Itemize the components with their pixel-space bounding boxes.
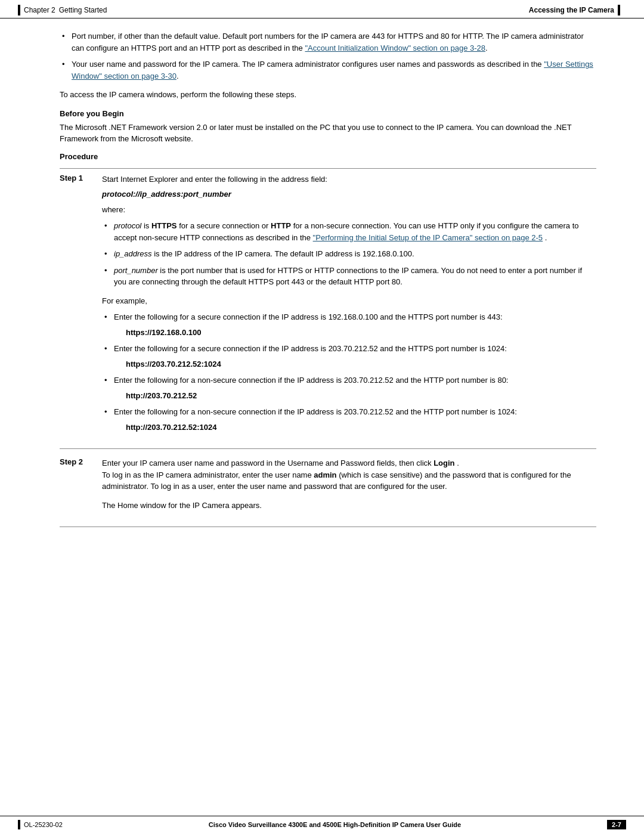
examples-list: Enter the following for a secure connect…	[102, 311, 596, 433]
step1-content: Start Internet Explorer and enter the fo…	[102, 174, 596, 441]
header-bar-left	[18, 5, 20, 16]
page-number: 2-7	[607, 820, 626, 829]
procedure-heading: Procedure	[60, 152, 596, 163]
section-label: Getting Started	[59, 6, 107, 14]
footer-title: Cisco Video Surveillance 4300E and 4500E…	[209, 821, 461, 828]
intro-para: To access the IP camera windows, perform…	[60, 89, 596, 101]
step1-b3-rest: is the port number that is used for HTTP…	[114, 266, 582, 287]
example-4-text: Enter the following for a non-secure con…	[114, 407, 517, 416]
http-bold: HTTP	[271, 221, 291, 230]
footer-left: OL-25230-02	[18, 820, 63, 829]
protocol-italic: protocol	[114, 221, 141, 230]
step2-body2: The Home window for the IP Camera appear…	[102, 500, 596, 512]
footer-bar-left	[18, 820, 20, 829]
example-3: Enter the following for a non-secure con…	[102, 374, 596, 401]
doc-number: OL-25230-02	[24, 821, 63, 828]
ip-address-italic: ip_address	[114, 249, 152, 258]
page-header: Chapter 2 Getting Started Accessing the …	[0, 0, 644, 18]
header-right: Accessing the IP Camera	[529, 5, 620, 16]
procedure-divider	[60, 168, 596, 169]
url-2: https://203.70.212.52:1024	[126, 358, 596, 370]
https-bold: HTTPS	[151, 221, 177, 230]
step-divider	[60, 448, 596, 449]
footer-center: Cisco Video Surveillance 4300E and 4500E…	[209, 821, 461, 828]
accessing-label: Accessing the IP Camera	[529, 6, 614, 14]
step1-b2-rest: is the IP address of the IP camera. The …	[154, 249, 414, 258]
admin-bold: admin	[314, 470, 336, 479]
step1-b1-end: .	[545, 233, 547, 242]
page-container: Chapter 2 Getting Started Accessing the …	[0, 0, 644, 833]
url-4: http://203.70.212.52:1024	[126, 422, 596, 433]
example-2: Enter the following for a secure connect…	[102, 343, 596, 370]
main-content: Port number, if other than the default v…	[0, 18, 644, 816]
example-1-text: Enter the following for a secure connect…	[114, 312, 503, 321]
step2-intro-text: Enter your IP camera user name and passw…	[102, 459, 434, 467]
end-divider	[60, 527, 596, 527]
step2-content: Enter your IP camera user name and passw…	[102, 457, 596, 518]
step1-intro: Start Internet Explorer and enter the fo…	[102, 174, 596, 185]
step1-b1-text: is	[144, 221, 151, 230]
intro-bullet-2-text: Your user name and password for the IP c…	[72, 60, 544, 69]
port-number-italic: port_number	[114, 266, 158, 275]
example-intro: For example,	[102, 295, 596, 307]
url-1: https://192.168.0.100	[126, 327, 596, 339]
step1-bullet-3: port_number is the port number that is u…	[102, 265, 596, 288]
step2-body1: To log in as the IP camera administrator…	[102, 469, 596, 493]
login-bold: Login	[434, 459, 454, 467]
step1-b1-text2: for a secure connection or	[179, 221, 271, 230]
step1-row: Step 1 Start Internet Explorer and enter…	[60, 174, 596, 441]
step2-body1-text: To log in as the IP camera administrator…	[102, 470, 314, 479]
step1-bullet-1: protocol is HTTPS for a secure connectio…	[102, 220, 596, 243]
url-3: http://203.70.212.52	[126, 390, 596, 402]
intro-bullet-1: Port number, if other than the default v…	[60, 30, 596, 54]
step1-bullet-2: ip_address is the IP address of the IP c…	[102, 248, 596, 260]
step1-code: protocol://ip_address:port_number	[102, 188, 596, 200]
account-init-link[interactable]: "Account Initialization Window" section …	[305, 44, 485, 52]
step2-label: Step 2	[60, 457, 92, 518]
step1-where: where:	[102, 204, 596, 216]
page-footer: OL-25230-02 Cisco Video Surveillance 430…	[0, 816, 644, 833]
intro-bullet-list: Port number, if other than the default v…	[60, 30, 596, 82]
example-2-text: Enter the following for a secure connect…	[114, 344, 507, 353]
example-3-text: Enter the following for a non-secure con…	[114, 376, 508, 385]
intro-bullet-1-end: .	[485, 44, 488, 52]
before-you-begin-body: The Microsoft .NET Framework version 2.0…	[60, 122, 596, 145]
step1-bullets: protocol is HTTPS for a secure connectio…	[102, 220, 596, 288]
step2-intro: Enter your IP camera user name and passw…	[102, 457, 596, 469]
step2-intro-end: .	[457, 459, 459, 467]
chapter-label: Chapter 2	[24, 6, 55, 14]
step2-row: Step 2 Enter your IP camera user name an…	[60, 457, 596, 518]
intro-bullet-2: Your user name and password for the IP c…	[60, 58, 596, 82]
before-you-begin-heading: Before you Begin	[60, 109, 596, 118]
header-bar-right	[618, 5, 620, 16]
initial-setup-link[interactable]: "Performing the Initial Setup of the IP …	[313, 233, 543, 242]
example-1: Enter the following for a secure connect…	[102, 311, 596, 338]
footer-right: 2-7	[607, 820, 626, 829]
step1-label: Step 1	[60, 174, 92, 441]
example-4: Enter the following for a non-secure con…	[102, 406, 596, 433]
intro-bullet-2-end: .	[177, 72, 179, 80]
header-left: Chapter 2 Getting Started	[18, 5, 107, 16]
